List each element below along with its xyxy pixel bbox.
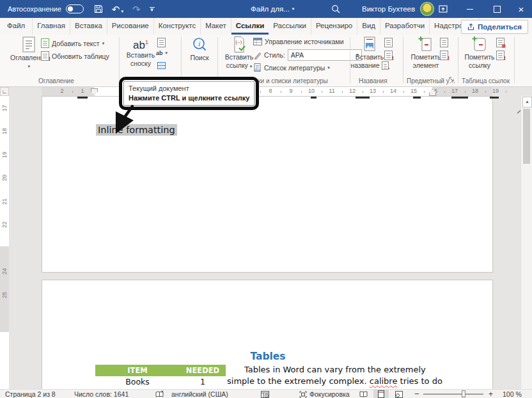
- table-of-figures-icon: [384, 38, 393, 47]
- autosave-label: Автосохранение: [8, 5, 61, 13]
- index-dialog-launcher-icon[interactable]: [449, 77, 455, 83]
- mark-entry-button[interactable]: Пометить элемент: [409, 36, 442, 70]
- minimize-button[interactable]: [459, 0, 481, 18]
- insert-endnote-button[interactable]: [157, 38, 166, 47]
- insert-citation-button[interactable]: (–) Вставить ссылку ▾: [223, 36, 256, 70]
- table-header-cell: ITEM: [95, 365, 180, 376]
- scrollbar-thumb[interactable]: [523, 109, 530, 164]
- tab-9[interactable]: Вид: [357, 18, 380, 35]
- h-ruler-number: 1: [81, 88, 84, 94]
- autosave-toggle[interactable]: [66, 4, 84, 13]
- language-indicator[interactable]: английский (США): [171, 390, 228, 398]
- update-index-icon: !: [440, 51, 448, 60]
- close-button[interactable]: ×: [510, 0, 532, 18]
- word-count[interactable]: Число слов: 1641: [74, 390, 129, 398]
- tab-2[interactable]: Вставка: [70, 18, 107, 35]
- zoom-slider-thumb[interactable]: [462, 390, 465, 397]
- zoom-in-button[interactable]: +: [489, 390, 493, 398]
- read-mode-button[interactable]: [356, 390, 371, 398]
- title-bar: Автосохранение ↶▾ ↷ ▾ Файл для...▾ Викто…: [0, 0, 532, 18]
- link-tooltip: Текущий документ Нажмите CTRL и щелкните…: [123, 81, 254, 106]
- misspelled-word: calibre: [370, 376, 398, 386]
- insert-footnote-button[interactable]: ab1 Вставить сноску: [127, 36, 155, 68]
- share-button[interactable]: Поделиться: [461, 20, 528, 34]
- h-ruler-number: 10: [308, 88, 315, 94]
- smart-lookup-button[interactable]: i Поиск: [185, 36, 214, 62]
- next-footnote-button[interactable]: ab▾: [156, 50, 168, 56]
- customize-qat-icon[interactable]: ▾: [150, 7, 155, 12]
- document-title[interactable]: Файл для...▾: [251, 0, 294, 18]
- table-body-cell: Books: [95, 376, 180, 388]
- tables-heading: Tables: [42, 351, 494, 362]
- insert-table-of-authorities-button[interactable]: ▦: [496, 38, 505, 47]
- group-label-toc: Оглавление: [38, 77, 74, 84]
- update-table-icon: !: [41, 51, 49, 61]
- zoom-level[interactable]: 100 %: [503, 390, 522, 398]
- account-area[interactable]: Виктор Бухтеев: [362, 0, 434, 18]
- web-layout-button[interactable]: [391, 390, 407, 398]
- mark-entry-icon: [418, 36, 434, 53]
- tab-7[interactable]: Рассылки: [269, 18, 311, 35]
- title-chevron-icon: ▾: [292, 6, 295, 12]
- focus-mode-button[interactable]: Фокусировка: [299, 390, 350, 398]
- proofing-icon[interactable]: [155, 390, 164, 398]
- h-ruler-number: 9: [289, 88, 292, 94]
- mark-citation-icon: [471, 36, 488, 53]
- toc-icon: [20, 36, 37, 54]
- tab-4[interactable]: Конструктс: [154, 18, 201, 35]
- tab-1[interactable]: Главная: [33, 18, 70, 35]
- macro-icon[interactable]: [261, 390, 269, 398]
- v-ruler-number: 21: [1, 197, 8, 206]
- style-pen-icon: [253, 51, 262, 60]
- doc-table[interactable]: ITEMNEEDED Books1: [95, 365, 226, 391]
- save-icon[interactable]: [94, 4, 103, 13]
- undo-icon: ↶: [112, 4, 120, 15]
- zoom-slider-track[interactable]: [423, 394, 483, 395]
- bibliography-icon: [253, 63, 262, 72]
- show-notes-button[interactable]: [157, 62, 166, 69]
- h-ruler-number: 17: [451, 88, 458, 94]
- tab-10[interactable]: Разработчи: [380, 18, 430, 35]
- bibliography-button[interactable]: Список литературы▾: [253, 63, 330, 72]
- tab-6[interactable]: Ссылки: [231, 18, 269, 35]
- redo-icon[interactable]: ↷: [132, 4, 141, 14]
- manage-sources-button[interactable]: Управление источниками: [253, 38, 344, 45]
- doc-table-body-row: Books1: [95, 376, 226, 388]
- tab-3[interactable]: Рисование: [107, 18, 154, 35]
- scroll-up-icon[interactable]: ▲: [522, 97, 532, 107]
- insert-table-of-figures-button[interactable]: [384, 38, 393, 47]
- svg-text:i: i: [198, 40, 200, 47]
- maximize-button[interactable]: [486, 0, 508, 18]
- document-page-2[interactable]: Tables ITEMNEEDED Books1 Tables in Word …: [42, 280, 493, 390]
- update-figures-button[interactable]: !: [384, 51, 393, 60]
- add-text-button[interactable]: Добавить текст▾: [41, 38, 104, 48]
- h-ruler-number: 18: [472, 88, 478, 94]
- undo-button[interactable]: ↶▾: [112, 4, 123, 14]
- horizontal-ruler[interactable]: 2112345678910111213141516171819: [9, 87, 520, 96]
- vertical-ruler[interactable]: 1718192021222425: [0, 96, 9, 390]
- insert-caption-button[interactable]: Вставить название-: [354, 36, 386, 70]
- page-indicator[interactable]: Страница 2 из 8: [5, 390, 56, 398]
- cross-reference-icon[interactable]: -: [382, 61, 389, 70]
- insert-index-button[interactable]: [440, 38, 448, 47]
- update-index-button[interactable]: !: [440, 51, 448, 60]
- tab-0[interactable]: Файл: [0, 18, 33, 35]
- tab-8[interactable]: Рецензиро: [311, 18, 357, 35]
- insert-index-icon: [440, 38, 448, 47]
- search-icon[interactable]: [331, 4, 340, 13]
- update-table-button[interactable]: ! Обновить таблицу: [41, 51, 109, 61]
- style-select[interactable]: APA▾: [288, 49, 362, 61]
- vertical-scrollbar[interactable]: ▲: [520, 96, 532, 390]
- tab-5[interactable]: Макет: [201, 18, 231, 35]
- mark-citation-button[interactable]: Пометить ссылку: [464, 36, 495, 70]
- share-icon: [467, 23, 474, 31]
- tab-stop-selector[interactable]: ∟: [0, 87, 9, 96]
- update-authorities-button[interactable]: !: [496, 51, 505, 60]
- table-of-authorities-icon: ▦: [496, 38, 505, 47]
- ribbon-display-options-icon[interactable]: [432, 0, 454, 18]
- h-ruler-number: 11: [329, 88, 334, 94]
- print-layout-button[interactable]: [373, 390, 389, 398]
- zoom-out-button[interactable]: −: [414, 390, 419, 398]
- v-ruler-number: 25: [1, 291, 8, 299]
- annotation-arrow: [109, 104, 141, 134]
